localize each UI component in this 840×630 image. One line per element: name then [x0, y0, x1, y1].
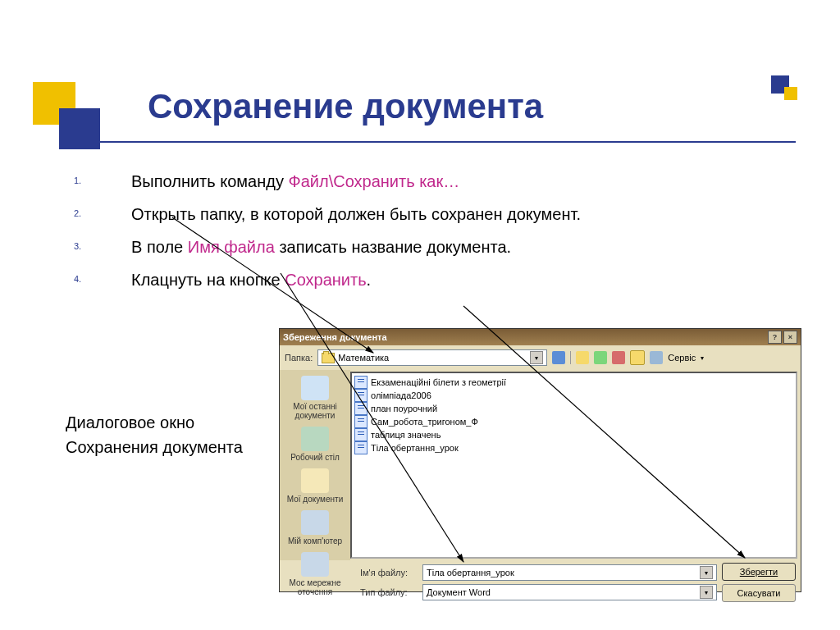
step-1: 1.Выполнить команду Файл\Сохранить как…	[49, 169, 788, 194]
filetype-label: Тип файлу:	[360, 587, 418, 597]
word-doc-icon	[354, 389, 368, 402]
decor-square-blue	[59, 108, 100, 149]
search-icon[interactable]	[594, 351, 607, 364]
save-button[interactable]: Зберегти	[722, 563, 796, 581]
folder-icon	[322, 353, 335, 363]
steps-list: 1.Выполнить команду Файл\Сохранить как… …	[49, 169, 788, 300]
folder-value: Математика	[338, 353, 389, 363]
chevron-down-icon[interactable]: ▾	[700, 586, 713, 599]
folder-combo[interactable]: Математика ▾	[317, 349, 547, 366]
place-recent[interactable]: Мої останні документи	[283, 373, 347, 422]
filename-label: Ім'я файлу:	[360, 568, 418, 578]
places-bar: Мої останні документи Робочий стіл Мої д…	[280, 370, 350, 560]
new-folder-icon[interactable]	[630, 350, 645, 365]
back-icon[interactable]	[552, 351, 565, 364]
word-doc-icon	[354, 376, 368, 389]
highlight-text: Сохранить	[285, 271, 366, 289]
step-num: 4.	[74, 272, 81, 286]
filename-input[interactable]: Тіла обертання_урок▾	[422, 564, 717, 581]
chevron-down-icon[interactable]: ▾	[530, 351, 543, 364]
close-icon[interactable]: ×	[783, 331, 797, 344]
file-item[interactable]: Сам_робота_тригоном_Ф	[354, 415, 793, 428]
dialog-titlebar[interactable]: Збереження документа ? ×	[280, 329, 801, 345]
step-num: 1.	[74, 174, 81, 188]
slide-title: Сохранение документа	[148, 87, 543, 126]
file-item[interactable]: олімпіада2006	[354, 389, 793, 402]
step-num: 2.	[74, 207, 81, 221]
file-item[interactable]: Екзаменаційні білети з геометрії	[354, 376, 793, 389]
views-icon[interactable]	[650, 351, 663, 364]
decor-square-yellow-small	[784, 87, 797, 100]
folder-label: Папка:	[285, 353, 313, 363]
file-list-pane[interactable]: Екзаменаційні білети з геометрії олімпіа…	[350, 372, 797, 559]
place-desktop[interactable]: Робочий стіл	[283, 424, 347, 464]
highlight-text: Имя файла	[188, 238, 280, 256]
word-doc-icon	[354, 428, 368, 441]
highlight-text: Файл\Сохранить как…	[289, 172, 460, 190]
chevron-down-icon: ▾	[701, 354, 704, 362]
caption-line: Сохранения документа	[66, 435, 243, 459]
word-doc-icon	[354, 402, 368, 415]
file-item[interactable]: таблиця значень	[354, 428, 793, 441]
place-mydocs[interactable]: Мої документи	[283, 466, 347, 506]
cancel-button[interactable]: Скасувати	[722, 584, 796, 602]
dialog-footer: Ім'я файлу: Тіла обертання_урок▾ Тип фай…	[280, 560, 801, 605]
step-2: 2.Открыть папку, в которой должен быть с…	[49, 202, 788, 226]
separator	[570, 351, 571, 364]
step-num: 3.	[74, 240, 81, 253]
dialog-title: Збереження документа	[283, 332, 387, 342]
help-icon[interactable]: ?	[768, 331, 782, 344]
delete-icon[interactable]	[612, 351, 625, 364]
title-underline	[98, 141, 796, 143]
dialog-toolbar: Папка: Математика ▾ Сервіс▾	[280, 345, 801, 370]
file-item[interactable]: Тіла обертання_урок	[354, 441, 793, 454]
tools-menu[interactable]: Сервіс	[668, 353, 696, 363]
word-doc-icon	[354, 415, 368, 428]
place-network[interactable]: Моє мережне оточення	[283, 550, 347, 599]
word-doc-icon	[354, 441, 368, 454]
step-3: 3.В поле Имя файла записать название док…	[49, 235, 788, 259]
up-folder-icon[interactable]	[576, 351, 589, 364]
chevron-down-icon[interactable]: ▾	[700, 566, 713, 579]
place-mycomputer[interactable]: Мій комп'ютер	[283, 508, 347, 548]
step-4: 4.Клацнуть на кнопке Сохранить.	[49, 267, 788, 292]
caption: Диалоговое окно Сохранения документа	[66, 410, 243, 459]
filetype-combo[interactable]: Документ Word▾	[422, 584, 717, 600]
file-item[interactable]: план поурочний	[354, 402, 793, 415]
caption-line: Диалоговое окно	[66, 410, 243, 435]
save-dialog: Збереження документа ? × Папка: Математи…	[279, 328, 801, 592]
